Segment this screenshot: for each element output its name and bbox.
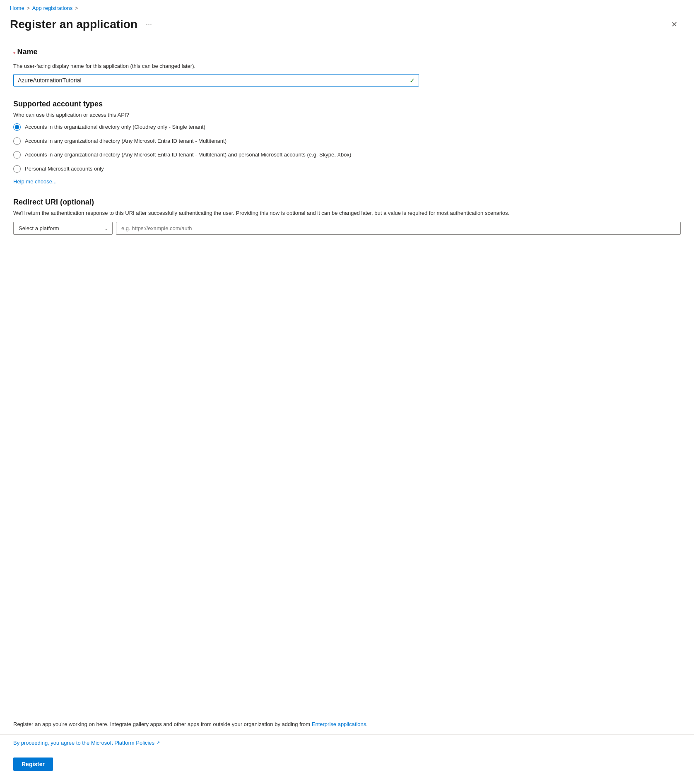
page-title: Register an application bbox=[10, 18, 137, 31]
redirect-uri-row: Select a platform Web Single-page applic… bbox=[13, 222, 681, 235]
breadcrumb-sep-1: > bbox=[27, 5, 30, 11]
page-container: Home > App registrations > Register an a… bbox=[0, 0, 694, 784]
breadcrumb-app-registrations[interactable]: App registrations bbox=[32, 5, 73, 11]
close-button[interactable]: ✕ bbox=[668, 18, 681, 31]
register-section: Register bbox=[0, 753, 694, 784]
breadcrumb-home[interactable]: Home bbox=[10, 5, 24, 11]
radio-personal-only-input[interactable] bbox=[13, 165, 21, 173]
page-header: Register an application ··· ✕ bbox=[0, 14, 694, 38]
platform-select[interactable]: Select a platform Web Single-page applic… bbox=[13, 222, 113, 235]
name-section: * Name The user-facing display name for … bbox=[13, 48, 681, 87]
breadcrumb-sep-2: > bbox=[75, 5, 78, 11]
policy-link-text: By proceeding, you agree to the Microsof… bbox=[13, 740, 154, 746]
radio-multi-tenant-personal[interactable]: Accounts in any organizational directory… bbox=[13, 151, 681, 159]
radio-single-tenant[interactable]: Accounts in this organizational director… bbox=[13, 123, 681, 131]
redirect-uri-description: We'll return the authentication response… bbox=[13, 210, 681, 216]
breadcrumb: Home > App registrations > bbox=[0, 0, 694, 14]
account-types-section: Supported account types Who can use this… bbox=[13, 100, 681, 185]
bottom-info: Register an app you're working on here. … bbox=[0, 711, 694, 734]
radio-multi-tenant-personal-input[interactable] bbox=[13, 151, 21, 159]
radio-multi-tenant-label: Accounts in any organizational directory… bbox=[25, 137, 227, 145]
platform-select-wrapper: Select a platform Web Single-page applic… bbox=[13, 222, 113, 235]
name-input-wrapper: ✓ bbox=[13, 74, 419, 87]
required-mark: * bbox=[13, 51, 15, 57]
redirect-uri-title: Redirect URI (optional) bbox=[13, 198, 681, 207]
enterprise-applications-link[interactable]: Enterprise applications bbox=[312, 721, 366, 727]
more-options-button[interactable]: ··· bbox=[142, 19, 155, 31]
radio-personal-only[interactable]: Personal Microsoft accounts only bbox=[13, 165, 681, 173]
radio-multi-tenant-personal-label: Accounts in any organizational directory… bbox=[25, 151, 351, 159]
main-content: * Name The user-facing display name for … bbox=[0, 38, 694, 711]
redirect-uri-section: Redirect URI (optional) We'll return the… bbox=[13, 198, 681, 235]
input-check-icon: ✓ bbox=[410, 77, 415, 84]
uri-input[interactable] bbox=[116, 222, 681, 235]
radio-multi-tenant-input[interactable] bbox=[13, 137, 21, 145]
content-spacer bbox=[13, 235, 681, 317]
name-section-description: The user-facing display name for this ap… bbox=[13, 63, 681, 69]
name-input[interactable] bbox=[13, 74, 419, 87]
register-button[interactable]: Register bbox=[13, 758, 53, 771]
radio-personal-only-label: Personal Microsoft accounts only bbox=[25, 165, 104, 173]
radio-single-tenant-input[interactable] bbox=[13, 123, 21, 131]
radio-single-tenant-label: Accounts in this organizational director… bbox=[25, 123, 205, 131]
radio-multi-tenant[interactable]: Accounts in any organizational directory… bbox=[13, 137, 681, 145]
external-link-icon: ↗ bbox=[156, 740, 160, 746]
account-types-radio-group: Accounts in this organizational director… bbox=[13, 123, 681, 173]
policy-link[interactable]: By proceeding, you agree to the Microsof… bbox=[13, 740, 681, 746]
account-types-description: Who can use this application or access t… bbox=[13, 112, 681, 118]
bottom-info-text-after: . bbox=[366, 721, 368, 727]
account-types-title: Supported account types bbox=[13, 100, 681, 108]
bottom-info-text-before: Register an app you're working on here. … bbox=[13, 721, 312, 727]
help-me-choose-link[interactable]: Help me choose... bbox=[13, 178, 57, 185]
name-section-title: Name bbox=[17, 48, 37, 56]
page-title-row: Register an application ··· bbox=[10, 18, 155, 31]
policy-section: By proceeding, you agree to the Microsof… bbox=[0, 734, 694, 753]
